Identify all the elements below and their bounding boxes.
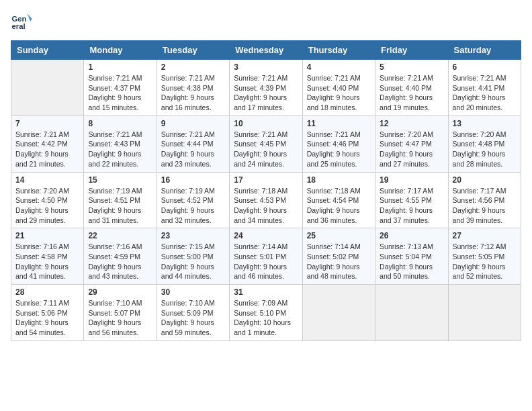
day-number: 24 xyxy=(234,231,298,240)
day-info: Sunrise: 7:21 AMSunset: 4:38 PMDaylight:… xyxy=(161,73,225,113)
day-number: 15 xyxy=(88,175,152,185)
day-number: 5 xyxy=(380,62,443,72)
day-number: 6 xyxy=(453,62,517,72)
day-cell xyxy=(448,285,521,341)
day-number: 17 xyxy=(234,175,298,185)
svg-text:eral: eral xyxy=(12,22,26,30)
day-info: Sunrise: 7:21 AMSunset: 4:44 PMDaylight:… xyxy=(161,130,225,169)
col-friday: Friday xyxy=(375,41,448,60)
day-info: Sunrise: 7:14 AMSunset: 5:01 PMDaylight:… xyxy=(234,242,298,281)
day-info: Sunrise: 7:16 AMSunset: 4:59 PMDaylight:… xyxy=(88,242,152,281)
header-row: Sunday Monday Tuesday Wednesday Thursday… xyxy=(11,41,521,60)
day-cell: 16Sunrise: 7:19 AMSunset: 4:52 PMDayligh… xyxy=(157,172,229,228)
day-cell: 30Sunrise: 7:10 AMSunset: 5:09 PMDayligh… xyxy=(157,285,229,341)
day-info: Sunrise: 7:21 AMSunset: 4:46 PMDaylight:… xyxy=(307,130,371,169)
day-cell: 15Sunrise: 7:19 AMSunset: 4:51 PMDayligh… xyxy=(84,172,157,228)
day-info: Sunrise: 7:21 AMSunset: 4:37 PMDaylight:… xyxy=(88,73,152,113)
day-number: 2 xyxy=(161,62,225,72)
day-cell xyxy=(11,60,84,116)
week-row-2: 14Sunrise: 7:20 AMSunset: 4:50 PMDayligh… xyxy=(11,172,521,228)
day-cell: 18Sunrise: 7:18 AMSunset: 4:54 PMDayligh… xyxy=(302,172,375,228)
day-number: 9 xyxy=(161,119,225,128)
day-number: 13 xyxy=(453,119,517,128)
col-sunday: Sunday xyxy=(11,41,84,60)
day-cell xyxy=(302,285,375,341)
day-info: Sunrise: 7:18 AMSunset: 4:54 PMDaylight:… xyxy=(307,186,371,226)
day-info: Sunrise: 7:16 AMSunset: 4:58 PMDaylight:… xyxy=(15,242,79,281)
day-cell: 3Sunrise: 7:21 AMSunset: 4:39 PMDaylight… xyxy=(230,60,302,116)
day-info: Sunrise: 7:20 AMSunset: 4:50 PMDaylight:… xyxy=(15,186,79,226)
day-number: 16 xyxy=(161,175,225,185)
day-cell: 22Sunrise: 7:16 AMSunset: 4:59 PMDayligh… xyxy=(84,228,157,285)
day-info: Sunrise: 7:12 AMSunset: 5:05 PMDaylight:… xyxy=(453,242,517,281)
day-info: Sunrise: 7:15 AMSunset: 5:00 PMDaylight:… xyxy=(161,242,225,281)
day-info: Sunrise: 7:21 AMSunset: 4:40 PMDaylight:… xyxy=(380,73,443,113)
day-info: Sunrise: 7:17 AMSunset: 4:55 PMDaylight:… xyxy=(380,186,443,226)
day-cell: 31Sunrise: 7:09 AMSunset: 5:10 PMDayligh… xyxy=(230,285,302,341)
week-row-3: 21Sunrise: 7:16 AMSunset: 4:58 PMDayligh… xyxy=(11,228,521,285)
day-cell: 17Sunrise: 7:18 AMSunset: 4:53 PMDayligh… xyxy=(230,172,302,228)
day-cell: 24Sunrise: 7:14 AMSunset: 5:01 PMDayligh… xyxy=(230,228,302,285)
day-cell: 1Sunrise: 7:21 AMSunset: 4:37 PMDaylight… xyxy=(84,60,157,116)
col-tuesday: Tuesday xyxy=(157,41,229,60)
day-number: 4 xyxy=(307,62,371,72)
day-number: 25 xyxy=(307,231,371,240)
day-info: Sunrise: 7:14 AMSunset: 5:02 PMDaylight:… xyxy=(307,242,371,281)
day-info: Sunrise: 7:21 AMSunset: 4:40 PMDaylight:… xyxy=(307,73,371,113)
day-info: Sunrise: 7:17 AMSunset: 4:56 PMDaylight:… xyxy=(453,186,517,226)
day-cell: 14Sunrise: 7:20 AMSunset: 4:50 PMDayligh… xyxy=(11,172,84,228)
week-row-1: 7Sunrise: 7:21 AMSunset: 4:42 PMDaylight… xyxy=(11,116,521,172)
day-number: 12 xyxy=(380,119,443,128)
day-cell: 13Sunrise: 7:20 AMSunset: 4:48 PMDayligh… xyxy=(448,116,521,172)
day-number: 8 xyxy=(88,119,152,128)
logo: Gen eral xyxy=(11,11,35,32)
day-info: Sunrise: 7:18 AMSunset: 4:53 PMDaylight:… xyxy=(234,186,298,226)
day-cell xyxy=(375,285,448,341)
day-cell: 11Sunrise: 7:21 AMSunset: 4:46 PMDayligh… xyxy=(302,116,375,172)
day-number: 29 xyxy=(88,287,152,297)
day-number: 31 xyxy=(234,287,298,297)
day-cell: 20Sunrise: 7:17 AMSunset: 4:56 PMDayligh… xyxy=(448,172,521,228)
day-number: 18 xyxy=(307,175,371,185)
day-info: Sunrise: 7:21 AMSunset: 4:45 PMDaylight:… xyxy=(234,130,298,169)
day-cell: 9Sunrise: 7:21 AMSunset: 4:44 PMDaylight… xyxy=(157,116,229,172)
day-number: 1 xyxy=(88,62,152,72)
day-number: 23 xyxy=(161,231,225,240)
day-cell: 25Sunrise: 7:14 AMSunset: 5:02 PMDayligh… xyxy=(302,228,375,285)
day-number: 11 xyxy=(307,119,371,128)
calendar-table: Sunday Monday Tuesday Wednesday Thursday… xyxy=(11,40,521,341)
day-cell: 10Sunrise: 7:21 AMSunset: 4:45 PMDayligh… xyxy=(230,116,302,172)
col-wednesday: Wednesday xyxy=(230,41,302,60)
day-cell: 28Sunrise: 7:11 AMSunset: 5:06 PMDayligh… xyxy=(11,285,84,341)
day-cell: 27Sunrise: 7:12 AMSunset: 5:05 PMDayligh… xyxy=(448,228,521,285)
day-info: Sunrise: 7:21 AMSunset: 4:42 PMDaylight:… xyxy=(15,130,79,169)
day-number: 28 xyxy=(15,287,79,297)
day-number: 27 xyxy=(453,231,517,240)
day-number: 22 xyxy=(88,231,152,240)
day-number: 19 xyxy=(380,175,443,185)
day-info: Sunrise: 7:09 AMSunset: 5:10 PMDaylight:… xyxy=(234,298,298,338)
day-cell: 29Sunrise: 7:10 AMSunset: 5:07 PMDayligh… xyxy=(84,285,157,341)
day-info: Sunrise: 7:20 AMSunset: 4:48 PMDaylight:… xyxy=(453,130,517,169)
day-cell: 23Sunrise: 7:15 AMSunset: 5:00 PMDayligh… xyxy=(157,228,229,285)
day-info: Sunrise: 7:21 AMSunset: 4:39 PMDaylight:… xyxy=(234,73,298,113)
day-info: Sunrise: 7:13 AMSunset: 5:04 PMDaylight:… xyxy=(380,242,443,281)
day-info: Sunrise: 7:20 AMSunset: 4:47 PMDaylight:… xyxy=(380,130,443,169)
week-row-0: 1Sunrise: 7:21 AMSunset: 4:37 PMDaylight… xyxy=(11,60,521,116)
day-number: 20 xyxy=(453,175,517,185)
day-info: Sunrise: 7:11 AMSunset: 5:06 PMDaylight:… xyxy=(15,298,79,338)
col-thursday: Thursday xyxy=(302,41,375,60)
day-info: Sunrise: 7:21 AMSunset: 4:41 PMDaylight:… xyxy=(453,73,517,113)
day-cell: 8Sunrise: 7:21 AMSunset: 4:43 PMDaylight… xyxy=(84,116,157,172)
day-cell: 6Sunrise: 7:21 AMSunset: 4:41 PMDaylight… xyxy=(448,60,521,116)
col-saturday: Saturday xyxy=(448,41,521,60)
day-cell: 2Sunrise: 7:21 AMSunset: 4:38 PMDaylight… xyxy=(157,60,229,116)
col-monday: Monday xyxy=(84,41,157,60)
day-cell: 4Sunrise: 7:21 AMSunset: 4:40 PMDaylight… xyxy=(302,60,375,116)
day-number: 7 xyxy=(15,119,79,128)
day-cell: 7Sunrise: 7:21 AMSunset: 4:42 PMDaylight… xyxy=(11,116,84,172)
day-info: Sunrise: 7:19 AMSunset: 4:52 PMDaylight:… xyxy=(161,186,225,226)
day-cell: 19Sunrise: 7:17 AMSunset: 4:55 PMDayligh… xyxy=(375,172,448,228)
day-number: 21 xyxy=(15,231,79,240)
day-number: 26 xyxy=(380,231,443,240)
